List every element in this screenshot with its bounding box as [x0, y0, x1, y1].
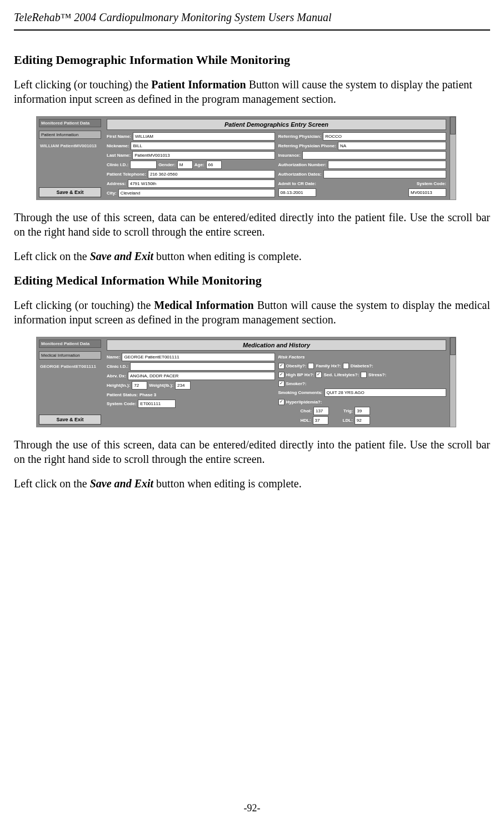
ldl-input[interactable]: 92	[355, 416, 370, 425]
text: Left clicking (or touching) the	[14, 78, 151, 91]
scrollbar-thumb[interactable]	[450, 337, 456, 355]
header-title-rest: 2004 Cardiopulmonary Monitoring System U…	[71, 11, 331, 23]
weight-input[interactable]: 234	[175, 381, 191, 390]
demographics-screenshot: Monitored Patient Data Patient Informati…	[36, 116, 456, 200]
tab-monitored-patient-data[interactable]: Monitored Patient Data	[39, 119, 101, 127]
section2-p3: Left click on the Save and Exit button w…	[14, 476, 490, 491]
trig-input[interactable]: 39	[355, 407, 370, 415]
first-name-input[interactable]: WILLIAM	[133, 132, 275, 141]
nickname-label: Nickname:	[107, 143, 129, 148]
first-name-label: First Name:	[107, 134, 131, 139]
obesity-checkbox[interactable]: ✓	[278, 363, 285, 369]
hdl-input[interactable]: 37	[313, 416, 328, 425]
diabetes-label: Diabetes?:	[351, 363, 373, 368]
medical-info-button-ref: Medical Information	[154, 299, 253, 311]
high-bp-checkbox[interactable]: ✓	[278, 372, 285, 378]
nickname-input[interactable]: BILL	[131, 142, 275, 150]
chol-input[interactable]: 137	[313, 407, 329, 415]
section1-p3: Left click on the Save and Exit button w…	[14, 249, 490, 263]
header-title-product: TeleRehab	[14, 11, 61, 23]
height-label: Height(In.):	[107, 383, 130, 388]
ref-physician-phone-label: Referring Physician Phone:	[278, 143, 336, 148]
admit-date-label: Admit to CR Date:	[278, 181, 316, 186]
medical-info-screenshot: Monitored Patient Data Medical Informati…	[36, 337, 456, 427]
section1-intro: Left clicking (or touching) the Patient …	[14, 77, 490, 106]
scrollbar[interactable]	[450, 117, 456, 199]
save-and-exit-ref: Save and Exit	[90, 250, 153, 262]
screen-title: Patient Demographics Entry Screen	[107, 119, 446, 130]
tab-monitored-patient-data[interactable]: Monitored Patient Data	[39, 340, 101, 348]
gender-input[interactable]: M	[177, 161, 193, 169]
clinic-id-label: Clinic I.D.:	[107, 364, 128, 369]
save-exit-button[interactable]: Save & Exit	[39, 415, 101, 425]
tab-patient-information[interactable]: Patient Information	[39, 131, 101, 139]
text: Left clicking (or touching) the	[14, 299, 154, 311]
section2-heading: Editing Medical Information While Monito…	[14, 273, 490, 288]
section2-p2: Through the use of this screen, data can…	[14, 437, 490, 466]
obesity-label: Obesity?:	[286, 363, 307, 368]
system-code-input[interactable]: MV001013	[408, 188, 446, 197]
city-label: City:	[107, 191, 117, 196]
diabetes-checkbox[interactable]	[343, 363, 349, 369]
last-name-input[interactable]: PatientMV001013	[132, 151, 275, 159]
high-bp-label: High BP Hx?:	[286, 372, 315, 377]
age-input[interactable]: 66	[206, 161, 222, 169]
system-code-label: System Code:	[107, 401, 136, 406]
patient-status-label: Patient Status:	[107, 392, 138, 397]
last-name-label: Last Name:	[107, 153, 131, 158]
smoking-comments-input[interactable]: QUIT 28 YRS AGO	[325, 388, 446, 397]
clinic-id-label: Clinic I.D.:	[107, 162, 128, 167]
section1-p2: Through the use of this screen, data can…	[14, 210, 490, 239]
trademark-symbol: ™	[61, 11, 72, 23]
stress-label: Stress?:	[368, 372, 386, 377]
stress-checkbox[interactable]	[361, 372, 367, 378]
scrollbar-thumb[interactable]	[450, 117, 456, 134]
save-and-exit-ref: Save and Exit	[90, 477, 153, 490]
hyperlipidemia-label: Hyperlipidemia?:	[286, 400, 322, 405]
right-column: Risk Factors ✓Obesity?: Family Hx?: Diab…	[278, 353, 447, 425]
insurance-label: Insurance:	[278, 153, 301, 158]
scrollbar[interactable]	[450, 337, 456, 427]
patient-identifier: GEORGE PatientET001111	[39, 363, 101, 370]
abrv-dx-input[interactable]: ANGINA, DDDR PACER	[128, 372, 275, 380]
sidebar: Monitored Patient Data Medical Informati…	[37, 337, 103, 427]
address-input[interactable]: 4791 W150th	[128, 179, 275, 188]
screen-title: Medication and History	[107, 340, 446, 351]
ldl-label: LDL:	[343, 418, 353, 423]
auth-dates-input[interactable]	[323, 170, 446, 178]
document-page: TeleRehab™ 2004 Cardiopulmonary Monitori…	[0, 0, 504, 828]
page-number: -92-	[0, 802, 504, 814]
left-column: First Name:WILLIAM Nickname:BILL Last Na…	[107, 132, 275, 197]
auth-number-input[interactable]	[328, 161, 446, 169]
text: Left click on the	[14, 477, 90, 490]
system-code-label: System Code:	[417, 181, 446, 186]
ref-physician-phone-input[interactable]: NA	[338, 142, 446, 150]
left-column: Name:GEORGE PatientET001111 Clinic I.D.:…	[107, 353, 275, 425]
system-code-input[interactable]: ET001111	[138, 400, 176, 408]
insurance-input[interactable]	[302, 151, 446, 159]
name-input[interactable]: GEORGE PatientET001111	[122, 353, 275, 361]
admit-date-input[interactable]: 08-13-2001	[278, 188, 316, 197]
phone-input[interactable]: 216 362-0560	[148, 170, 275, 178]
form-area: Patient Demographics Entry Screen First …	[103, 117, 450, 199]
clinic-id-input[interactable]	[130, 362, 275, 371]
ref-physician-input[interactable]: ROCCO	[323, 132, 446, 141]
height-input[interactable]: 72	[132, 381, 147, 390]
age-label: Age:	[194, 162, 204, 167]
save-exit-button[interactable]: Save & Exit	[39, 187, 101, 197]
patient-identifier: WILLIAM PatientMV001013	[39, 142, 101, 149]
family-hx-label: Family Hx?:	[316, 363, 341, 368]
sidebar: Monitored Patient Data Patient Informati…	[37, 117, 103, 199]
text: button when editing is complete.	[153, 477, 302, 490]
ref-physician-label: Referring Physician:	[278, 134, 322, 139]
family-hx-checkbox[interactable]	[308, 363, 314, 369]
phone-label: Patient Telephone:	[107, 172, 146, 177]
tab-medical-information[interactable]: Medical Information	[39, 351, 101, 360]
sed-lifestyle-checkbox[interactable]: ✓	[316, 372, 322, 378]
clinic-id-input[interactable]	[130, 161, 157, 169]
city-input[interactable]: Cleveland	[118, 189, 275, 197]
smoker-label: Smoker?:	[286, 381, 307, 386]
hyperlipidemia-checkbox[interactable]: ✓	[278, 399, 285, 405]
hdl-label: HDL:	[301, 418, 311, 423]
smoker-checkbox[interactable]: ✓	[278, 381, 285, 387]
